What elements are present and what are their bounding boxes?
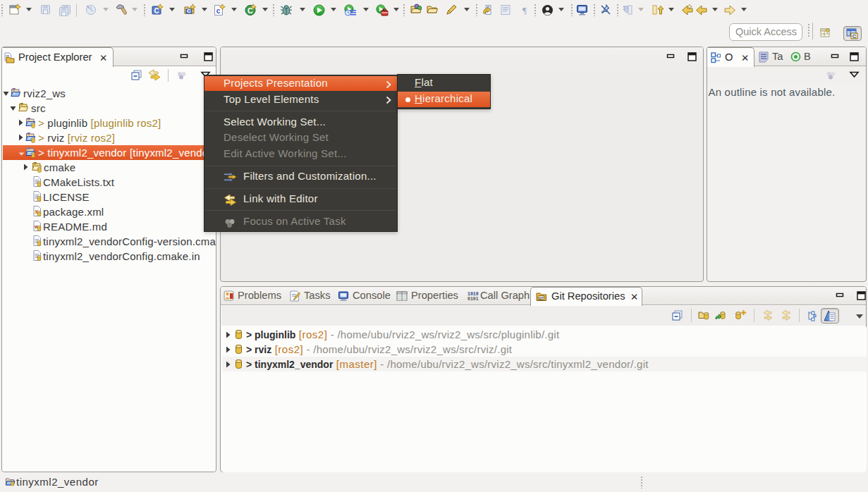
svg-text:C: C: [154, 7, 159, 15]
svg-text:c: c: [216, 7, 221, 15]
svg-text:C: C: [852, 33, 857, 39]
svg-text:GIT: GIT: [539, 297, 544, 300]
svg-text:1010: 1010: [467, 292, 479, 297]
svg-text:0101: 0101: [467, 297, 479, 302]
svg-text:¶: ¶: [522, 5, 527, 16]
svg-text:C: C: [187, 8, 191, 14]
